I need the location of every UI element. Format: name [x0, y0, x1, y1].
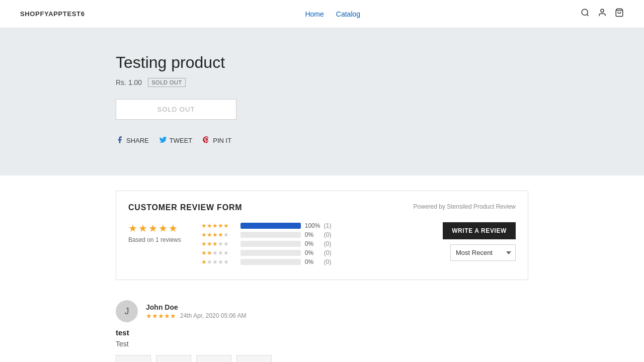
- sold-out-button: SOLD OUT: [116, 99, 236, 120]
- review-title: test: [116, 328, 528, 337]
- bar-pct-3: 0%: [305, 240, 320, 247]
- bar-count-2: (0): [324, 249, 332, 256]
- rating-bar-1: ★★★★★ 0% (0): [201, 258, 423, 265]
- rating-bars: ★★★★★ 100% (1) ★★★★★ 0% (0) ★★★★★: [201, 222, 423, 267]
- review-image-2[interactable]: [156, 355, 191, 362]
- rating-bar-3: ★★★★★ 0% (0): [201, 240, 423, 247]
- bar-count-5: (1): [324, 222, 332, 229]
- review-form-card: CUSTOMER REVIEW FORM Powered by Stensile…: [116, 191, 528, 280]
- review-actions: WRITE A REVIEW Most Recent Top Rated Low…: [443, 222, 516, 261]
- rating-bar-5: ★★★★★ 100% (1): [201, 222, 423, 229]
- svg-line-1: [587, 14, 588, 16]
- product-price: Rs. 1.00: [116, 78, 142, 86]
- write-review-button[interactable]: WRITE A REVIEW: [443, 222, 516, 239]
- bar-count-3: (0): [324, 240, 332, 247]
- account-icon[interactable]: [598, 8, 607, 20]
- nav-home[interactable]: Home: [305, 10, 324, 18]
- review-images: [116, 355, 528, 362]
- based-on-text: Based on 1 reviews: [128, 236, 181, 243]
- bar-stars-2: ★★★★★: [201, 249, 236, 256]
- powered-by: Powered by Stensiled Product Review: [414, 203, 516, 210]
- review-image-3[interactable]: [196, 355, 231, 362]
- rating-bar-2: ★★★★★ 0% (0): [201, 249, 423, 256]
- site-logo: SHOPFYAPPTEST6: [20, 10, 85, 18]
- rating-bar-4: ★★★★★ 0% (0): [201, 231, 423, 238]
- reviews-section: CUSTOMER REVIEW FORM Powered by Stensile…: [96, 191, 548, 362]
- reviewer-info: John Doe ★★★★★ 24th Apr, 2020 05:06 AM: [146, 303, 246, 320]
- reviewer-stars: ★★★★★: [146, 312, 176, 320]
- review-item: J John Doe ★★★★★ 24th Apr, 2020 05:06 AM…: [116, 290, 528, 362]
- bar-pct-5: 100%: [305, 222, 320, 229]
- bar-stars-5: ★★★★★: [201, 222, 236, 229]
- overall-stars: ★★★★★: [128, 222, 179, 234]
- bar-count-1: (0): [324, 258, 332, 265]
- product-price-row: Rs. 1.00 SOLD OUT: [116, 78, 528, 87]
- bar-track-2: [240, 250, 301, 256]
- facebook-icon: [116, 136, 124, 145]
- share-pinterest[interactable]: PIN IT: [202, 136, 231, 145]
- bar-track-3: [240, 241, 301, 247]
- product-title: Testing product: [116, 53, 528, 72]
- bar-stars-3: ★★★★★: [201, 240, 236, 247]
- reviewer-header: J John Doe ★★★★★ 24th Apr, 2020 05:06 AM: [116, 300, 528, 322]
- svg-point-0: [582, 9, 588, 15]
- sort-select[interactable]: Most Recent Top Rated Lowest Rated: [450, 244, 516, 261]
- reviewer-avatar: J: [116, 300, 138, 322]
- header: SHOPFYAPPTEST6 Home Catalog: [0, 0, 644, 28]
- svg-point-2: [601, 9, 604, 12]
- reviewer-meta: ★★★★★ 24th Apr, 2020 05:06 AM: [146, 312, 246, 320]
- reviewer-date: 24th Apr, 2020 05:06 AM: [180, 312, 246, 319]
- sold-out-badge: SOLD OUT: [148, 78, 186, 87]
- bar-track-4: [240, 232, 301, 238]
- share-twitter-label: TWEET: [170, 137, 193, 144]
- review-body: Test: [116, 340, 528, 348]
- pinterest-icon: [202, 136, 210, 145]
- bar-track-1: [240, 259, 301, 265]
- review-form-header: CUSTOMER REVIEW FORM Powered by Stensile…: [128, 203, 516, 212]
- bar-stars-4: ★★★★★: [201, 231, 236, 238]
- twitter-icon: [159, 136, 167, 145]
- overall-rating: ★★★★★ Based on 1 reviews: [128, 222, 181, 243]
- share-twitter[interactable]: TWEET: [159, 136, 193, 145]
- review-image-1[interactable]: [116, 355, 151, 362]
- bar-pct-1: 0%: [305, 258, 320, 265]
- main-nav: Home Catalog: [305, 10, 360, 18]
- nav-catalog[interactable]: Catalog: [336, 10, 360, 18]
- social-share: SHARE TWEET PIN IT: [116, 136, 528, 145]
- cart-icon[interactable]: [615, 8, 624, 20]
- reviewer-name: John Doe: [146, 303, 246, 311]
- share-facebook[interactable]: SHARE: [116, 136, 149, 145]
- reviewer-initial: J: [125, 306, 129, 317]
- bar-pct-4: 0%: [305, 231, 320, 238]
- review-form-title: CUSTOMER REVIEW FORM: [128, 203, 242, 212]
- bar-pct-2: 0%: [305, 249, 320, 256]
- product-section: Testing product Rs. 1.00 SOLD OUT SOLD O…: [0, 28, 644, 175]
- search-icon[interactable]: [581, 8, 590, 20]
- bar-stars-1: ★★★★★: [201, 258, 236, 265]
- share-facebook-label: SHARE: [126, 137, 149, 144]
- bar-track-5: [240, 223, 301, 229]
- header-icons: [581, 8, 624, 20]
- bar-fill-5: [240, 223, 301, 229]
- bar-count-4: (0): [324, 231, 332, 238]
- share-pinterest-label: PIN IT: [213, 137, 231, 144]
- review-image-4[interactable]: [236, 355, 272, 362]
